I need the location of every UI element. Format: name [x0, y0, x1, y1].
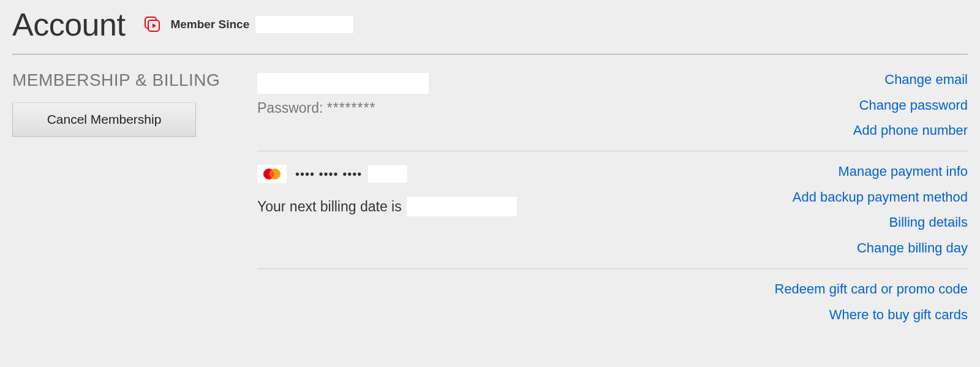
- redeem-gift-card-link[interactable]: Redeem gift card or promo code: [775, 280, 968, 298]
- next-billing-date-label: Your next billing date is: [257, 199, 402, 215]
- add-backup-payment-link[interactable]: Add backup payment method: [793, 188, 968, 206]
- page-title: Account: [12, 6, 125, 43]
- member-since-value: [255, 16, 353, 33]
- next-billing-date-value: [407, 197, 517, 216]
- next-billing-date-row: Your next billing date is: [257, 197, 793, 216]
- member-since-icon: [143, 15, 162, 34]
- add-phone-number-link[interactable]: Add phone number: [853, 121, 968, 140]
- card-mask: •••• •••• ••••: [295, 167, 362, 181]
- cancel-membership-button[interactable]: Cancel Membership: [12, 102, 196, 137]
- account-email-value: [257, 73, 429, 94]
- change-billing-day-link[interactable]: Change billing day: [793, 239, 968, 257]
- member-since-label: Member Since: [170, 18, 249, 31]
- account-credentials-block: Password: ******** Change email Change p…: [257, 70, 968, 151]
- billing-details-link[interactable]: Billing details: [793, 213, 968, 232]
- payment-block: •••• •••• •••• Your next billing date is…: [257, 151, 968, 268]
- gift-card-block: Redeem gift card or promo code Where to …: [257, 268, 968, 335]
- password-row: Password: ********: [257, 100, 853, 116]
- section-title-membership: MEMBERSHIP & BILLING: [12, 70, 257, 90]
- change-email-link[interactable]: Change email: [853, 70, 968, 89]
- membership-billing-section: MEMBERSHIP & BILLING Cancel Membership P…: [12, 70, 968, 335]
- account-header: Account Member Since: [12, 6, 968, 43]
- where-to-buy-gift-cards-link[interactable]: Where to buy gift cards: [775, 306, 968, 324]
- password-mask: ********: [327, 100, 376, 116]
- manage-payment-info-link[interactable]: Manage payment info: [793, 162, 968, 181]
- card-last4: [368, 165, 407, 183]
- header-divider: [12, 54, 968, 55]
- password-label: Password:: [257, 100, 323, 116]
- mastercard-icon: [257, 165, 287, 183]
- payment-card-row: •••• •••• ••••: [257, 165, 793, 183]
- change-password-link[interactable]: Change password: [853, 96, 968, 115]
